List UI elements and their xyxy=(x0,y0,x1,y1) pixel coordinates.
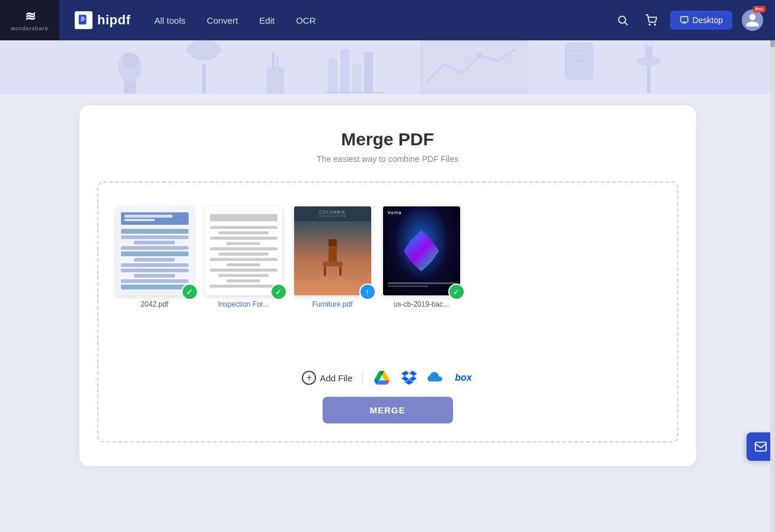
nav-links: All tools Convert Edit OCR xyxy=(154,15,607,26)
pdf-preview-4: Volta xyxy=(383,206,460,295)
status-badge-4: ✓ xyxy=(448,283,465,300)
svg-rect-17 xyxy=(276,55,279,70)
onedrive-button[interactable] xyxy=(427,368,446,387)
file-thumbnail-1: ✓ xyxy=(116,206,193,295)
desktop-label: Desktop xyxy=(693,15,723,25)
pdf-preview-1 xyxy=(116,206,193,295)
svg-rect-36 xyxy=(329,239,337,246)
svg-rect-21 xyxy=(364,52,373,94)
page-title: Merge PDF xyxy=(97,129,678,149)
file-thumbnail-4: Volta ✓ xyxy=(383,206,460,295)
nav-actions: Desktop Pro xyxy=(613,9,763,31)
add-file-button[interactable]: + Add File xyxy=(302,371,352,385)
svg-rect-23 xyxy=(420,40,527,94)
list-item[interactable]: COLUMBIA COLLECTIVE xyxy=(294,206,371,308)
page-subtitle: The easiest way to combine PDF Files xyxy=(97,154,678,164)
nav-convert[interactable]: Convert xyxy=(207,15,238,26)
box-text: box xyxy=(455,372,471,383)
svg-rect-19 xyxy=(340,49,349,94)
file-name-1: 2042.pdf xyxy=(141,300,168,308)
svg-rect-8 xyxy=(681,17,688,22)
cloud-icons: box xyxy=(372,368,473,387)
box-button[interactable]: box xyxy=(454,368,473,387)
svg-rect-18 xyxy=(329,58,337,94)
file-name-2: Inspection For... xyxy=(218,300,269,308)
svg-rect-33 xyxy=(323,262,343,266)
svg-rect-29 xyxy=(570,64,581,66)
merge-button[interactable]: MERGE xyxy=(323,397,453,423)
svg-point-7 xyxy=(654,24,655,26)
hipdf-brand: hipdf xyxy=(75,11,130,29)
nav-ocr[interactable]: OCR xyxy=(296,15,315,26)
svg-rect-28 xyxy=(570,59,585,62)
svg-rect-16 xyxy=(272,52,275,70)
wondershare-text: wondershare xyxy=(11,26,48,31)
svg-rect-12 xyxy=(202,64,206,94)
svg-rect-35 xyxy=(339,266,342,276)
avatar-wrap[interactable]: Pro xyxy=(742,9,763,31)
add-file-row: + Add File xyxy=(302,368,473,387)
hipdf-text: hipdf xyxy=(97,12,130,28)
list-item[interactable]: ✓ Inspection For... xyxy=(205,206,282,308)
svg-point-6 xyxy=(649,24,650,26)
svg-rect-27 xyxy=(570,55,583,57)
pdf-preview-2 xyxy=(205,206,282,295)
list-item[interactable]: ✓ 2042.pdf xyxy=(116,206,193,308)
add-file-label: Add File xyxy=(320,373,352,383)
desktop-button[interactable]: Desktop xyxy=(670,11,732,30)
svg-point-14 xyxy=(192,53,216,60)
nav-edit[interactable]: Edit xyxy=(259,15,275,26)
svg-point-11 xyxy=(122,53,138,69)
divider xyxy=(362,371,363,385)
file-name-4: us-cb-2019-bac... xyxy=(394,300,449,308)
nav-all-tools[interactable]: All tools xyxy=(154,15,186,26)
svg-rect-26 xyxy=(570,50,586,52)
svg-rect-34 xyxy=(324,266,326,276)
svg-rect-15 xyxy=(266,67,284,94)
navbar: ≋ wondershare hipdf All tools Convert Ed… xyxy=(0,0,775,40)
google-drive-button[interactable] xyxy=(372,368,391,387)
svg-point-4 xyxy=(618,16,626,23)
svg-rect-2 xyxy=(81,18,85,19)
status-badge-3: ↑ xyxy=(359,283,376,300)
hero-illustration xyxy=(0,40,775,94)
wondershare-icon: ≋ xyxy=(25,9,35,24)
files-grid: ✓ 2042.pdf xyxy=(110,200,665,308)
search-button[interactable] xyxy=(613,11,632,30)
pro-badge: Pro xyxy=(753,6,766,12)
svg-rect-30 xyxy=(647,64,650,94)
drop-zone-footer: + Add File xyxy=(110,345,665,423)
pdf-preview-3: COLUMBIA COLLECTIVE xyxy=(294,206,371,295)
hero-background xyxy=(0,40,775,94)
drop-zone[interactable]: ✓ 2042.pdf xyxy=(97,181,678,442)
svg-rect-32 xyxy=(329,244,337,263)
svg-rect-37 xyxy=(755,442,766,451)
svg-line-5 xyxy=(624,23,627,26)
avatar xyxy=(742,9,763,31)
dropbox-button[interactable] xyxy=(400,368,419,387)
svg-rect-1 xyxy=(81,17,84,18)
file-thumbnail-2: ✓ xyxy=(205,206,282,295)
svg-rect-20 xyxy=(352,64,361,94)
cart-button[interactable] xyxy=(642,11,661,30)
status-badge-1: ✓ xyxy=(181,283,198,300)
hipdf-icon xyxy=(75,11,93,29)
main-content: Merge PDF The easiest way to combine PDF… xyxy=(68,94,708,490)
svg-rect-0 xyxy=(79,15,87,25)
file-thumbnail-3: COLUMBIA COLLECTIVE xyxy=(294,206,371,295)
status-badge-2: ✓ xyxy=(270,283,287,300)
scrollbar[interactable] xyxy=(770,0,775,532)
wondershare-logo: ≋ wondershare xyxy=(0,0,59,40)
svg-rect-3 xyxy=(81,20,84,21)
svg-point-24 xyxy=(477,52,483,58)
merge-card: Merge PDF The easiest way to combine PDF… xyxy=(79,106,696,466)
list-item[interactable]: Volta ✓ us-cb-2019-bac... xyxy=(383,206,460,308)
file-name-3: Furniture.pdf xyxy=(312,300,352,308)
add-file-plus-icon: + xyxy=(302,371,316,385)
